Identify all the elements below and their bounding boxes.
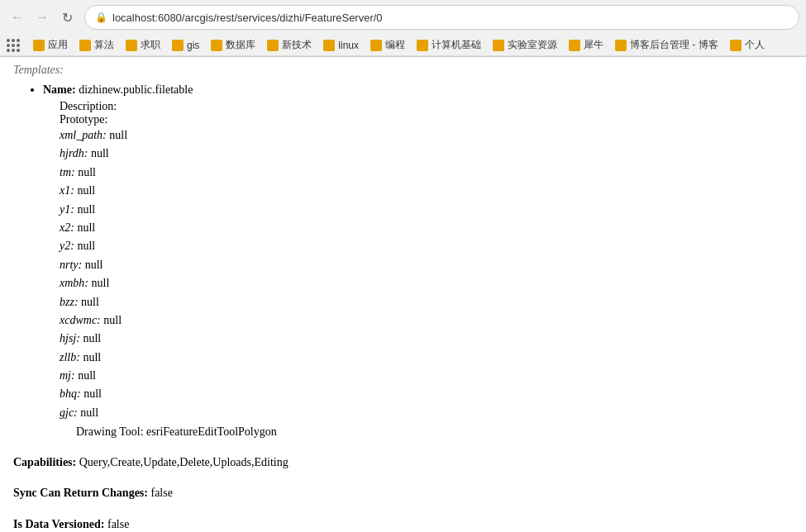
bookmark-label-10: 犀牛: [584, 38, 603, 52]
prototype-field-row: xml_path: null: [60, 126, 793, 145]
bookmark-programming[interactable]: 编程: [365, 36, 410, 54]
sync-label: Sync Can Return Changes:: [13, 487, 148, 499]
description-row: Description:: [60, 100, 793, 113]
prototype-field-row: xmbh: null: [60, 274, 793, 292]
bookmarks-bar: 应用 算法 求职 gis 数据库 新技术 linux 编程: [0, 35, 806, 56]
bookmark-label-4: 数据库: [226, 38, 255, 52]
prototype-field-row: x2: null: [60, 219, 793, 237]
drawing-tool-value: esriFeatureEditToolPolygon: [146, 425, 277, 438]
sync-section: Sync Can Return Changes: false: [13, 482, 793, 503]
template-name-label: Name:: [43, 83, 76, 96]
drawing-tool-row: Drawing Tool: esriFeatureEditToolPolygon: [76, 425, 793, 439]
templates-label: Templates:: [13, 64, 64, 76]
prototype-field-row: bzz: null: [60, 293, 793, 311]
bookmark-label-6: linux: [338, 40, 359, 51]
prototype-field-row: y2: null: [60, 237, 793, 255]
bookmark-blog[interactable]: 博客后台管理 - 博客: [610, 36, 723, 54]
capabilities-section: Capabilities: Query,Create,Update,Delete…: [13, 452, 793, 473]
browser-toolbar: ← → ↻ 🔒: [0, 0, 806, 35]
bookmark-label-11: 博客后台管理 - 博客: [630, 38, 718, 52]
bookmark-folder-icon-5: [211, 40, 222, 51]
bookmark-folder-icon-10: [493, 40, 504, 51]
bookmark-newtech[interactable]: 新技术: [262, 36, 317, 54]
versioned-label: Is Data Versioned:: [13, 518, 104, 530]
bookmark-folder-icon-11: [569, 40, 580, 51]
bookmark-rhino[interactable]: 犀牛: [564, 36, 608, 54]
prototype-field-row: bhq: null: [60, 385, 793, 403]
url-input[interactable]: [112, 12, 789, 24]
bookmark-label-8: 计算机基础: [432, 38, 481, 52]
page-content: Templates: Name: dizhinew.public.filetab…: [0, 57, 806, 532]
prototype-field-row: zllb: null: [60, 349, 793, 367]
bookmark-label-12: 个人: [745, 38, 765, 52]
bookmark-label-5: 新技术: [282, 38, 312, 52]
bookmark-lab[interactable]: 实验室资源: [488, 36, 562, 54]
bookmark-label-3: gis: [187, 40, 199, 51]
bookmark-label-2: 求职: [141, 38, 160, 52]
browser-chrome: ← → ↻ 🔒 应用 算法 求职 gis: [0, 0, 806, 57]
bookmark-qiuzhi[interactable]: 求职: [121, 36, 165, 54]
template-name-item: Name: dizhinew.public.filetable: [43, 83, 793, 97]
templates-header: Templates:: [13, 64, 793, 77]
versioned-value: false: [107, 518, 129, 530]
back-button[interactable]: ←: [7, 7, 28, 28]
prototype-field-row: hjrdh: null: [60, 145, 793, 163]
prototype-field-row: gjc: null: [60, 404, 793, 422]
bookmark-gis[interactable]: gis: [167, 38, 204, 53]
prototype-field-row: xcdwmc: null: [60, 311, 793, 330]
bookmark-apps[interactable]: 应用: [28, 36, 73, 54]
bookmark-personal[interactable]: 个人: [725, 36, 770, 54]
bookmark-folder-icon-4: [172, 40, 184, 51]
capabilities-value: Query,Create,Update,Delete,Uploads,Editi…: [79, 456, 289, 468]
bookmark-linux[interactable]: linux: [318, 38, 364, 53]
sync-value: false: [150, 487, 172, 499]
versioned-section: Is Data Versioned: false: [13, 514, 793, 532]
template-name-value: dizhinew.public.filetable: [79, 83, 193, 96]
prototype-field-row: y1: null: [60, 201, 793, 219]
bookmark-suanfa[interactable]: 算法: [74, 36, 119, 54]
capabilities-label: Capabilities:: [13, 456, 76, 468]
bookmark-label-9: 实验室资源: [508, 38, 557, 52]
bookmark-folder-icon-3: [126, 40, 137, 51]
bookmark-database[interactable]: 数据库: [206, 36, 260, 54]
forward-button[interactable]: →: [31, 7, 53, 28]
bookmark-folder-icon-12: [615, 40, 627, 51]
lock-icon: 🔒: [95, 12, 107, 24]
prototype-field-row: hjsj: null: [60, 330, 793, 348]
drawing-tool-label: Drawing Tool:: [76, 425, 144, 438]
bookmark-folder-icon-8: [370, 40, 382, 51]
prototype-row: Prototype:: [60, 113, 793, 126]
template-item: Name: dizhinew.public.filetable Descript…: [26, 83, 793, 439]
bookmark-folder-icon: [33, 40, 45, 51]
prototype-fields: xml_path: nullhjrdh: nulltm: nullx1: nul…: [60, 126, 793, 422]
bookmark-label: 算法: [94, 38, 114, 52]
description-label: Description:: [60, 100, 117, 112]
prototype-field-row: tm: null: [60, 164, 793, 182]
bookmark-cs[interactable]: 计算机基础: [412, 36, 486, 54]
bookmark-folder-icon-6: [267, 40, 279, 51]
bookmark-folder-icon-13: [730, 40, 742, 51]
bookmark-label-7: 编程: [385, 38, 405, 52]
reload-button[interactable]: ↻: [56, 7, 78, 28]
prototype-label: Prototype:: [60, 113, 107, 126]
nav-buttons: ← → ↻: [7, 7, 78, 28]
prototype-field-row: x1: null: [60, 182, 793, 200]
bookmark-apps-label: 应用: [48, 38, 68, 52]
prototype-field-row: mj: null: [60, 367, 793, 385]
bookmark-folder-icon-2: [79, 40, 91, 51]
apps-icon[interactable]: [7, 39, 20, 52]
bookmark-folder-icon-7: [323, 40, 335, 51]
prototype-field-row: nrty: null: [60, 256, 793, 274]
address-bar[interactable]: 🔒: [84, 5, 799, 30]
bookmark-folder-icon-9: [417, 40, 428, 51]
